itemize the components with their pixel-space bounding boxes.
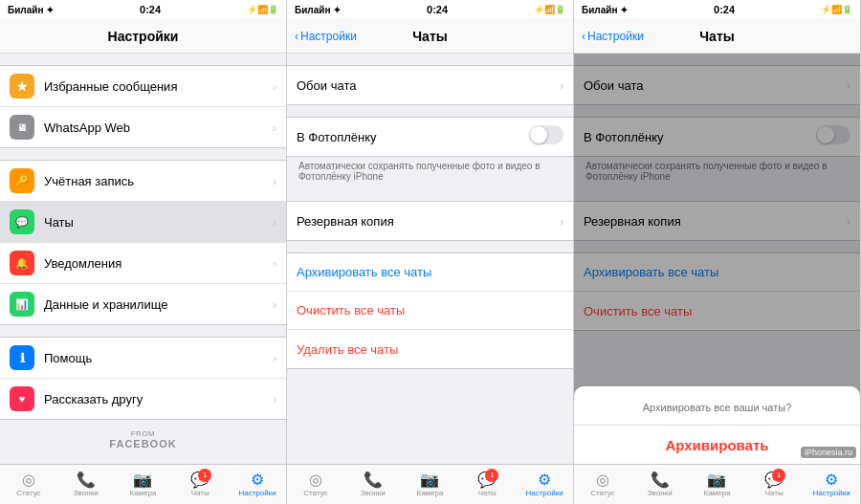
list-item-favorites[interactable]: ★ Избранные сообщения › <box>0 66 286 107</box>
carrier-2: Билайн ✦ <box>295 5 341 15</box>
list-item-whatsapp-web[interactable]: 🖥 WhatsApp Web › <box>0 107 286 147</box>
list-item-tell-friend[interactable]: ♥ Рассказать другу › <box>0 379 286 419</box>
whatsapp-web-icon: 🖥 <box>10 115 34 140</box>
camera-icon-3: 📷 <box>707 472 726 488</box>
chats-icon: 💬 <box>10 209 34 234</box>
list-item-account[interactable]: 🔑 Учётная запись › <box>0 161 286 202</box>
tab-status-1[interactable]: ◎ Статус <box>0 465 57 504</box>
chevron-icon: › <box>560 78 563 93</box>
status-tab-icon: ◎ <box>22 472 35 488</box>
nav-bar-1: Настройки <box>0 19 286 54</box>
chats-label-3: Чаты <box>765 489 784 497</box>
camera-tab-label: Камера <box>130 489 157 497</box>
list-item-help[interactable]: ℹ Помощь › <box>0 338 286 379</box>
list-group-1-3: ℹ Помощь › ♥ Рассказать другу › <box>0 337 286 420</box>
battery-1: ⚡📶🔋 <box>247 5 278 14</box>
tell-friend-label: Рассказать другу <box>44 392 273 406</box>
notifications-label: Уведомления <box>44 256 273 271</box>
tab-chats-1[interactable]: 1 💬 Чаты <box>171 465 229 504</box>
list-group-1-2: 🔑 Учётная запись › 💬 Чаты › 🔔 Ув <box>0 160 286 325</box>
save-photos-toggle[interactable] <box>529 125 563 148</box>
section-2-4: Архивировать все чаты Очистить все чаты … <box>287 252 573 369</box>
footer-brand: from FACEBOOK <box>0 420 286 459</box>
status-label-3: Статус <box>590 489 614 497</box>
chevron-icon: › <box>273 256 276 271</box>
status-left-2: Билайн ✦ <box>295 5 341 15</box>
status-bar-2: Билайн ✦ 0:24 ⚡📶🔋 <box>287 0 573 19</box>
help-icon: ℹ <box>10 345 34 370</box>
camera-icon-2: 📷 <box>420 472 439 488</box>
tab-calls-3[interactable]: 📞 Звонки <box>631 465 689 504</box>
calls-icon-3: 📞 <box>651 472 670 488</box>
tab-settings-2[interactable]: ⚙ Настройки <box>516 465 573 504</box>
tab-calls-1[interactable]: 📞 Звонки <box>57 465 115 504</box>
list-item-data[interactable]: 📊 Данные и хранилище › <box>0 284 286 324</box>
favorites-icon: ★ <box>10 74 34 99</box>
favorites-label: Избранные сообщения <box>44 79 273 94</box>
list-item-archive-all[interactable]: Архивировать все чаты <box>287 253 573 292</box>
calls-label-3: Звонки <box>648 489 673 497</box>
nav-title-1: Настройки <box>108 29 179 44</box>
list-group-2-4: Архивировать все чаты Очистить все чаты … <box>287 252 573 369</box>
list-item-clear-all[interactable]: Очистить все чаты <box>287 292 573 330</box>
settings-label-2: Настройки <box>525 489 563 497</box>
list-item-backup[interactable]: Резервная копия › <box>287 202 573 240</box>
watermark: iPhonesia.ru <box>801 447 856 458</box>
list-item-delete-all[interactable]: Удалить все чаты <box>287 330 573 368</box>
alert-title: Архивировать все ваши чаты? <box>574 398 860 425</box>
tab-bar-1: ◎ Статус 📞 Звонки 📷 Камера 1 💬 Чаты ⚙ На… <box>0 464 286 504</box>
tab-status-2[interactable]: ◎ Статус <box>287 465 344 504</box>
nav-bar-2: ‹ Настройки Чаты <box>287 19 573 54</box>
save-photos-description: Автоматически сохранять полученные фото … <box>287 157 573 189</box>
status-icon-2: ◎ <box>309 472 322 488</box>
list-item-save-photos[interactable]: В Фотоплёнку <box>287 118 573 156</box>
tab-status-3[interactable]: ◎ Статус <box>574 465 631 504</box>
carrier-1: Билайн ✦ <box>8 5 54 15</box>
chats-tab-label: Чаты <box>191 489 210 497</box>
status-bar-1: Билайн ✦ 0:24 ⚡📶🔋 <box>0 0 286 19</box>
calls-label-2: Звонки <box>361 489 386 497</box>
settings-tab-icon: ⚙ <box>251 472 264 488</box>
list-group-2-3: Резервная копия › <box>287 201 573 241</box>
alert-overlay: Архивировать все ваши чаты? Архивировать… <box>574 54 860 504</box>
tab-camera-2[interactable]: 📷 Камера <box>402 465 459 504</box>
content-2: Обои чата › В Фотоплёнку Автоматически с… <box>287 54 573 464</box>
save-photos-label: В Фотоплёнку <box>297 130 521 144</box>
panel-2: Билайн ✦ 0:24 ⚡📶🔋 ‹ Настройки Чаты Обои … <box>287 0 574 504</box>
account-label: Учётная запись <box>44 174 273 188</box>
list-item-wallpaper[interactable]: Обои чата › <box>287 66 573 104</box>
tab-settings-3[interactable]: ⚙ Настройки <box>803 465 860 504</box>
chevron-icon: › <box>560 214 563 229</box>
tab-camera-1[interactable]: 📷 Камера <box>115 465 172 504</box>
time-2: 0:24 <box>427 4 448 15</box>
wallpaper-label: Обои чата <box>297 78 560 93</box>
chats-label-2: Чаты <box>478 489 497 497</box>
list-item-notifications[interactable]: 🔔 Уведомления › <box>0 243 286 284</box>
tab-calls-2[interactable]: 📞 Звонки <box>344 465 402 504</box>
calls-tab-label: Звонки <box>74 489 99 497</box>
section-2-3: Резервная копия › <box>287 201 573 241</box>
backup-label: Резервная копия <box>297 214 560 229</box>
list-item-chats[interactable]: 💬 Чаты › <box>0 202 286 243</box>
camera-label-2: Камера <box>417 489 444 497</box>
section-1-2: 🔑 Учётная запись › 💬 Чаты › 🔔 Ув <box>0 160 286 325</box>
status-bar-3: Билайн ✦ 0:24 ⚡📶🔋 <box>574 0 860 19</box>
nav-back-3[interactable]: ‹ Настройки <box>582 30 644 43</box>
nav-back-2[interactable]: ‹ Настройки <box>295 30 357 43</box>
section-1-1: ★ Избранные сообщения › 🖥 WhatsApp Web › <box>0 65 286 148</box>
list-group-2-2: В Фотоплёнку <box>287 117 573 157</box>
tab-chats-3[interactable]: 1 💬 Чаты <box>745 465 803 504</box>
tab-chats-2[interactable]: 1 💬 Чаты <box>458 465 516 504</box>
tab-settings-1[interactable]: ⚙ Настройки <box>229 465 286 504</box>
alert-confirm-button[interactable]: Архивировать <box>574 425 860 465</box>
camera-label-3: Камера <box>704 489 731 497</box>
status-left-3: Билайн ✦ <box>582 5 628 15</box>
section-1-3: ℹ Помощь › ♥ Рассказать другу › <box>0 337 286 420</box>
calls-icon-2: 📞 <box>364 472 383 488</box>
tab-camera-3[interactable]: 📷 Камера <box>689 465 746 504</box>
status-left-1: Билайн ✦ <box>8 5 54 15</box>
status-icon-3: ◎ <box>596 472 609 488</box>
section-2-1: Обои чата › <box>287 65 573 105</box>
toggle-switch[interactable] <box>529 125 563 144</box>
status-label-2: Статус <box>303 489 327 497</box>
